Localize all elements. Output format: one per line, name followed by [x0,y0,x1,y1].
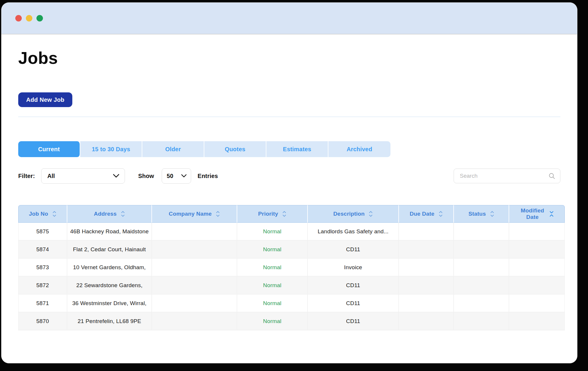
table-row[interactable]: 587222 Sewardstone Gardens,NormalCD11 [18,277,565,295]
cell-status [453,223,509,241]
col-header-description[interactable]: Description [307,205,398,223]
table-row[interactable]: 587310 Vernet Gardens, Oldham,NormalInvo… [18,259,565,277]
cell-company [151,295,237,312]
filter-dropdown-value: All [47,173,55,179]
cell-description: CD11 [307,312,398,330]
cell-description: CD11 [307,277,398,295]
search-input[interactable] [460,173,548,179]
filter-dropdown[interactable]: All [41,168,125,184]
col-header-status[interactable]: Status [453,205,509,223]
cell-due-date [398,277,453,295]
cell-due-date [398,223,453,241]
sort-chevrons-icon [121,211,125,217]
cell-address: 21 Pentrefelin, LL68 9PE [67,312,151,330]
tab-quotes[interactable]: Quotes [204,141,266,157]
cell-company [151,312,237,330]
table-row[interactable]: 5874Flat 2, Cedar Court, HainaultNormalC… [18,241,565,259]
section-divider [18,117,560,117]
sort-chevrons-icon [52,211,56,217]
table-header-row: Job No Address Company Name Priority Des… [18,205,565,223]
table-row[interactable]: 587021 Pentrefelin, LL68 9PENormalCD11 [18,312,565,330]
table-row[interactable]: 587136 Westminster Drive, Wirral,NormalC… [18,295,565,312]
cell-priority: Normal [237,259,307,277]
cell-job-no: 5874 [18,241,67,259]
cell-modified [509,295,565,312]
app-window: Jobs Add New Job Current 15 to 30 Days O… [1,2,577,363]
traffic-lights [15,15,43,21]
tab-archived[interactable]: Archived [328,141,390,157]
sort-chevrons-icon [216,211,220,217]
cell-priority: Normal [237,295,307,312]
cell-due-date [398,295,453,312]
show-label: Show [138,173,154,179]
cell-priority: Normal [237,223,307,241]
cell-modified [509,277,565,295]
window-titlebar [1,3,577,34]
cell-status [453,241,509,259]
chevron-down-icon [181,174,187,178]
col-header-company-name[interactable]: Company Name [151,205,237,223]
page-title: Jobs [18,47,560,69]
cell-modified [509,223,565,241]
cell-status [453,277,509,295]
col-header-job-no[interactable]: Job No [18,205,67,223]
sort-chevrons-icon [490,211,494,217]
tab-15-to-30-days[interactable]: 15 to 30 Days [80,141,142,157]
cell-description: Invoice [307,259,398,277]
cell-priority: Normal [237,241,307,259]
add-new-job-button[interactable]: Add New Job [18,92,72,107]
sort-chevrons-icon [439,211,443,217]
cell-modified [509,259,565,277]
search-icon [548,172,555,179]
tab-current[interactable]: Current [18,141,80,157]
filter-toolbar: Filter: All Show 50 Entries [18,168,560,184]
cell-job-no: 5871 [18,295,67,312]
cell-address: Flat 2, Cedar Court, Hainault [67,241,151,259]
cell-due-date [398,312,453,330]
tab-older[interactable]: Older [142,141,204,157]
col-header-modified-date[interactable]: Modified Date [509,205,565,223]
cell-priority: Normal [237,312,307,330]
close-icon[interactable] [15,15,22,21]
cell-company [151,241,237,259]
show-entries-value: 50 [167,173,173,179]
minimize-icon[interactable] [26,15,32,21]
cell-company [151,259,237,277]
sort-chevrons-icon [369,211,373,217]
cell-company [151,277,237,295]
cell-due-date [398,241,453,259]
cell-due-date [398,259,453,277]
cell-status [453,312,509,330]
cell-status [453,259,509,277]
cell-address: 36 Westminster Drive, Wirral, [67,295,151,312]
cell-address: 10 Vernet Gardens, Oldham, [67,259,151,277]
cell-company [151,223,237,241]
table-row[interactable]: 587546B Hackney Road, MaidstoneNormalLan… [18,223,565,241]
cell-job-no: 5875 [18,223,67,241]
jobs-table: Job No Address Company Name Priority Des… [18,205,565,330]
cell-modified [509,312,565,330]
cell-job-no: 5872 [18,277,67,295]
cell-priority: Normal [237,277,307,295]
cell-status [453,295,509,312]
filter-label: Filter: [18,173,35,179]
cell-modified [509,241,565,259]
cell-description: CD11 [307,241,398,259]
search-box[interactable] [454,169,560,183]
entries-label: Entries [198,173,218,179]
cell-description: Landlords Gas Safety and... [307,223,398,241]
cell-address: 22 Sewardstone Gardens, [67,277,151,295]
col-header-priority[interactable]: Priority [237,205,307,223]
chevron-down-icon [113,174,119,178]
col-header-address[interactable]: Address [67,205,151,223]
sort-chevrons-icon [282,211,286,217]
main-content: Jobs Add New Job Current 15 to 30 Days O… [1,47,577,363]
cell-description: CD11 [307,295,398,312]
tab-estimates[interactable]: Estimates [266,141,328,157]
show-entries-dropdown[interactable]: 50 [162,168,191,184]
cell-job-no: 5870 [18,312,67,330]
cell-address: 46B Hackney Road, Maidstone [67,223,151,241]
tab-bar: Current 15 to 30 Days Older Quotes Estim… [18,141,390,157]
col-header-due-date[interactable]: Due Date [398,205,453,223]
zoom-icon[interactable] [36,15,43,21]
